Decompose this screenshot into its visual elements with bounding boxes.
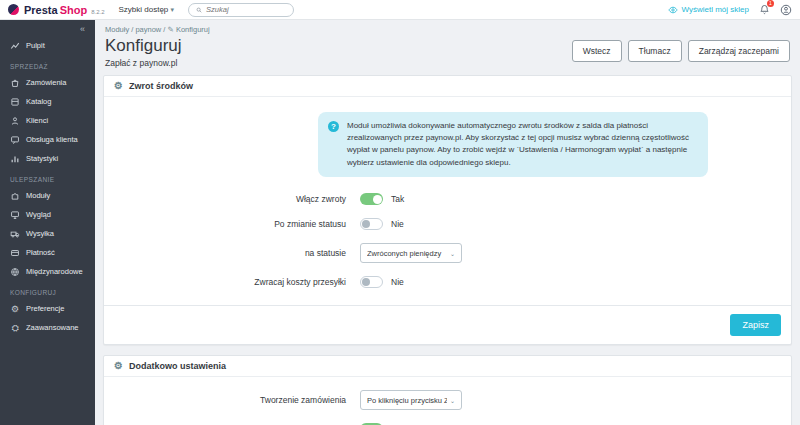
breadcrumb-trail[interactable]: Moduły / paynow /: [105, 25, 165, 34]
on-status-row: na statusie Zwróconych pieniędzy ⌄: [120, 243, 775, 263]
help-icon: ?: [328, 121, 339, 132]
enable-refunds-value: Tak: [391, 194, 404, 204]
sidebar-item-pulpit[interactable]: Pulpit: [0, 36, 95, 55]
sidebar-item-label: Pulpit: [26, 41, 45, 50]
sidebar-section-sprzedaz: SPRZEDAŻ: [0, 55, 95, 73]
gear-icon: ⚙: [114, 361, 123, 371]
sidebar-item-label: Statystyki: [26, 154, 58, 163]
sidebar-section-konfiguruj: KONFIGURUJ: [0, 281, 95, 299]
breadcrumb-current: Konfiguruj: [176, 25, 210, 34]
search-input[interactable]: [206, 5, 286, 14]
dashboard-icon: [10, 41, 20, 51]
design-icon: [10, 210, 20, 220]
shipping-icon: [10, 229, 20, 239]
sidebar-item-platnosc[interactable]: Płatność: [0, 243, 95, 262]
refund-shipping-value: Nie: [391, 277, 404, 287]
view-shop-label: Wyświetl mój sklep: [682, 5, 750, 14]
sidebar-item-zaawansowane[interactable]: ⛭ Zaawansowane: [0, 318, 95, 337]
sidebar-item-label: Preferencje: [26, 304, 64, 313]
additional-settings-header: ⚙ Dodatkowo ustawienia: [104, 356, 791, 377]
account-avatar[interactable]: [780, 4, 792, 16]
sidebar-item-wyglad[interactable]: Wygląd: [0, 205, 95, 224]
brand-presta: Presta: [24, 4, 58, 16]
chevron-down-icon: ⌄: [450, 250, 455, 257]
payment-icon: [10, 248, 20, 258]
chevron-down-icon: ▾: [171, 6, 175, 13]
refund-shipping-toggle[interactable]: [360, 276, 383, 288]
translate-button[interactable]: Tłumacz: [628, 40, 682, 62]
after-status-change-value: Nie: [391, 219, 404, 229]
main-content: Moduły / paynow / ✎ Konfiguruj Konfiguru…: [95, 20, 800, 425]
advanced-settings-icon: ⛭: [10, 323, 20, 333]
on-status-label: na statusie: [120, 248, 360, 258]
prestashop-logo[interactable]: PrestaShop 8.2.2: [8, 4, 105, 16]
orders-icon: [10, 78, 20, 88]
after-status-change-toggle[interactable]: [360, 218, 383, 230]
eye-icon: [668, 5, 678, 15]
info-text: Moduł umożliwia dokonywanie automatyczne…: [347, 120, 696, 170]
refunds-panel-title: Zwrot środków: [129, 81, 193, 91]
brand-shop: Shop: [60, 4, 88, 16]
manage-hooks-button[interactable]: Zarządzaj zaczepami: [688, 40, 790, 62]
refund-shipping-row: Zwracaj koszty przesyłki Nie: [120, 276, 775, 288]
sidebar: « Pulpit SPRZEDAŻ Zamówienia Katalog Kli…: [0, 20, 95, 425]
after-status-change-label: Po zmianie statusu: [120, 219, 360, 229]
sidebar-item-label: Zaawansowane: [26, 323, 79, 332]
sidebar-item-obsluga-klienta[interactable]: Obsługa klienta: [0, 130, 95, 149]
info-box: ? Moduł umożliwia dokonywanie automatycz…: [318, 112, 708, 178]
stats-icon: [10, 154, 20, 164]
topbar: PrestaShop 8.2.2 Szybki dostęp ▾ Wyświet…: [0, 0, 800, 20]
enable-refunds-toggle[interactable]: [360, 193, 383, 205]
additional-settings-title: Dodatkowo ustawienia: [129, 361, 226, 371]
sidebar-item-zamowienia[interactable]: Zamówienia: [0, 73, 95, 92]
pencil-icon: ✎: [168, 25, 174, 34]
sidebar-item-label: Wysyłka: [26, 229, 54, 238]
status-select[interactable]: Zwróconych pieniędzy ⌄: [360, 243, 462, 263]
customer-service-icon: [10, 135, 20, 145]
page-title: Konfiguruj: [105, 37, 182, 56]
sidebar-item-label: Moduły: [26, 191, 50, 200]
modules-icon: [10, 191, 20, 201]
notifications-button[interactable]: 1: [759, 4, 770, 15]
notification-badge: 1: [767, 0, 774, 7]
sidebar-item-klienci[interactable]: Klienci: [0, 111, 95, 130]
sidebar-item-label: Międzynarodowe: [26, 267, 83, 276]
version-label: 8.2.2: [91, 9, 104, 15]
sidebar-item-label: Klienci: [26, 116, 48, 125]
after-status-change-row: Po zmianie statusu Nie: [120, 218, 775, 230]
sidebar-collapse-button[interactable]: «: [0, 20, 95, 36]
enable-refunds-label: Włącz zwroty: [120, 194, 360, 204]
sidebar-item-wysylka[interactable]: Wysyłka: [0, 224, 95, 243]
refund-shipping-label: Zwracaj koszty przesyłki: [120, 277, 360, 287]
sidebar-item-label: Zamówienia: [26, 78, 66, 87]
sidebar-item-moduly[interactable]: Moduły: [0, 186, 95, 205]
sidebar-item-preferencje[interactable]: ⚙ Preferencje: [0, 299, 95, 318]
sidebar-item-statystyki[interactable]: Statystyki: [0, 149, 95, 168]
sidebar-section-ulepszanie: ULEPSZANIE: [0, 168, 95, 186]
refunds-panel-header: ⚙ Zwrot środków: [104, 76, 791, 97]
customers-icon: [10, 116, 20, 126]
save-button[interactable]: Zapisz: [730, 314, 781, 336]
prestashop-logo-icon: [8, 4, 19, 15]
gear-icon: ⚙: [114, 81, 123, 91]
refunds-panel: ⚙ Zwrot środków ? Moduł umożliwia dokony…: [103, 75, 792, 346]
sidebar-item-label: Katalog: [26, 97, 51, 106]
user-icon: [780, 4, 792, 16]
chevron-down-icon: ⌄: [450, 397, 455, 404]
sidebar-item-miedzynarodowe[interactable]: Międzynarodowe: [0, 262, 95, 281]
order-creation-row: Tworzenie zamówienia Po kliknięciu przyc…: [120, 390, 775, 410]
enable-refunds-row: Włącz zwroty Tak: [120, 193, 775, 205]
quick-access-menu[interactable]: Szybki dostęp ▾: [119, 5, 175, 14]
refunds-panel-footer: Zapisz: [104, 305, 791, 344]
order-creation-label: Tworzenie zamówienia: [120, 395, 360, 405]
search-bar[interactable]: [188, 3, 294, 17]
preferences-gear-icon: ⚙: [10, 304, 20, 314]
sidebar-item-katalog[interactable]: Katalog: [0, 92, 95, 111]
back-button[interactable]: Wstecz: [572, 40, 622, 62]
sidebar-item-label: Obsługa klienta: [26, 135, 78, 144]
breadcrumb: Moduły / paynow / ✎ Konfiguruj: [103, 20, 792, 36]
search-icon: [196, 6, 202, 14]
page-subtitle: Zapłać z paynow.pl: [105, 58, 182, 68]
view-shop-link[interactable]: Wyświetl mój sklep: [668, 5, 750, 15]
order-creation-select[interactable]: Po kliknięciu przycisku Złóż za ⌄: [360, 390, 462, 410]
